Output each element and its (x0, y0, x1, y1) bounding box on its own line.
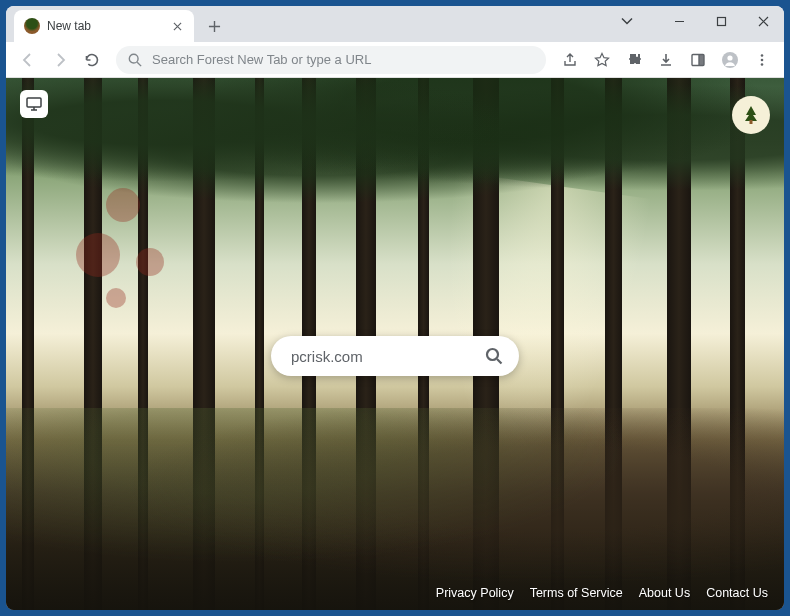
x-icon (758, 16, 769, 27)
search-submit-button[interactable] (479, 341, 509, 371)
search-input-value: pcrisk.com (291, 348, 479, 365)
search-icon (128, 53, 142, 67)
dots-vertical-icon (755, 53, 769, 67)
browser-window: New tab (6, 6, 784, 610)
svg-rect-9 (27, 98, 41, 107)
arrow-left-icon (20, 52, 36, 68)
footer-links: Privacy Policy Terms of Service About Us… (436, 586, 768, 600)
page-content: pcrisk.com Privacy Policy Terms of Servi… (6, 78, 784, 610)
maximize-icon (716, 16, 727, 27)
reload-button[interactable] (78, 46, 106, 74)
svg-point-7 (761, 58, 764, 61)
window-controls (606, 6, 784, 36)
share-icon (562, 52, 578, 68)
page-search-box[interactable]: pcrisk.com (271, 336, 519, 376)
minimize-icon (674, 16, 685, 27)
close-window-button[interactable] (742, 6, 784, 36)
toolbar: Search Forest New Tab or type a URL (6, 42, 784, 78)
close-tab-button[interactable] (170, 19, 184, 33)
browser-tab[interactable]: New tab (14, 10, 194, 42)
monitor-icon (26, 97, 42, 111)
address-bar[interactable]: Search Forest New Tab or type a URL (116, 46, 546, 74)
app-badge-button[interactable] (732, 96, 770, 134)
svg-point-8 (761, 63, 764, 66)
footer-link-contact[interactable]: Contact Us (706, 586, 768, 600)
download-icon (658, 52, 674, 68)
tree-icon (739, 103, 763, 127)
panel-icon (690, 52, 706, 68)
svg-rect-0 (717, 17, 725, 25)
search-icon (485, 347, 503, 365)
tab-title: New tab (47, 19, 91, 33)
footer-link-privacy[interactable]: Privacy Policy (436, 586, 514, 600)
favicon-icon (24, 18, 40, 34)
footer-link-terms[interactable]: Terms of Service (530, 586, 623, 600)
maximize-button[interactable] (700, 6, 742, 36)
profile-button[interactable] (716, 46, 744, 74)
share-button[interactable] (556, 46, 584, 74)
reload-icon (84, 52, 100, 68)
bookmark-button[interactable] (588, 46, 616, 74)
minimize-button[interactable] (658, 6, 700, 36)
person-icon (721, 51, 739, 69)
svg-rect-3 (699, 54, 704, 65)
svg-point-5 (727, 55, 732, 60)
extensions-button[interactable] (620, 46, 648, 74)
forward-button[interactable] (46, 46, 74, 74)
back-button[interactable] (14, 46, 42, 74)
background-ground (6, 408, 784, 610)
svg-point-11 (487, 349, 498, 360)
address-bar-text: Search Forest New Tab or type a URL (152, 52, 534, 67)
menu-button[interactable] (748, 46, 776, 74)
puzzle-icon (626, 52, 642, 68)
svg-rect-10 (750, 120, 753, 124)
display-settings-button[interactable] (20, 90, 48, 118)
chevron-down-icon (621, 17, 633, 25)
downloads-button[interactable] (652, 46, 680, 74)
tab-search-button[interactable] (606, 6, 648, 36)
svg-point-6 (761, 54, 764, 57)
star-icon (594, 52, 610, 68)
x-icon (173, 22, 182, 31)
arrow-right-icon (52, 52, 68, 68)
footer-link-about[interactable]: About Us (639, 586, 690, 600)
sidepanel-button[interactable] (684, 46, 712, 74)
titlebar: New tab (6, 6, 784, 42)
new-tab-button[interactable] (200, 12, 228, 40)
svg-point-1 (129, 54, 138, 63)
plus-icon (208, 20, 221, 33)
